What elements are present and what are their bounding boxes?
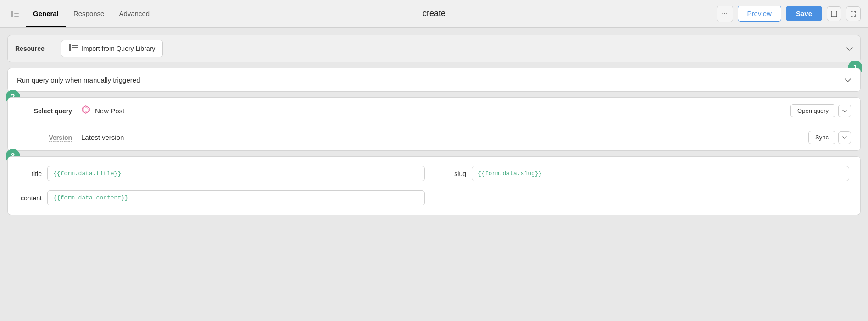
query-version-wrapper: 2 Select query New Post Open q <box>7 97 861 151</box>
slug-field-input[interactable] <box>472 166 849 181</box>
version-actions: Sync <box>808 131 851 144</box>
trigger-chevron-icon <box>845 76 851 84</box>
title-field-row: title <box>19 166 425 181</box>
query-name: New Post <box>95 107 124 115</box>
svg-rect-1 <box>14 11 19 11</box>
tab-advanced[interactable]: Advanced <box>111 0 157 27</box>
trigger-text: Run query only when manually triggered <box>17 76 140 84</box>
main-content: Resource Import from Query Library 1 R <box>0 28 868 222</box>
title-field-label: title <box>19 170 42 177</box>
version-text: Latest version <box>81 133 124 141</box>
svg-rect-3 <box>14 16 19 17</box>
header-actions: ··· Preview Save <box>717 6 861 22</box>
preview-button[interactable]: Preview <box>738 6 781 22</box>
header: General Response Advanced create ··· Pre… <box>0 0 868 28</box>
query-version-section: Select query New Post Open query <box>7 97 861 151</box>
import-icon <box>69 44 78 53</box>
trigger-row: Run query only when manually triggered <box>7 68 861 92</box>
fields-section: title slug content <box>7 156 861 215</box>
svg-rect-0 <box>11 11 13 17</box>
version-value: Latest version <box>81 133 808 141</box>
version-label: Version <box>49 134 72 142</box>
import-from-library-button[interactable]: Import from Query Library <box>61 40 163 57</box>
fields-wrapper: 3 title slug content <box>7 156 861 215</box>
svg-marker-9 <box>82 106 89 113</box>
query-value: New Post <box>81 105 790 116</box>
sync-button[interactable]: Sync <box>808 131 835 144</box>
resource-label: Resource <box>15 45 52 52</box>
svg-marker-10 <box>83 107 88 112</box>
content-field-label: content <box>19 194 42 202</box>
resource-chevron-icon <box>846 44 853 53</box>
query-icon <box>81 105 90 116</box>
page-title: create <box>423 9 445 18</box>
svg-rect-8 <box>72 50 78 50</box>
svg-rect-4 <box>831 11 837 17</box>
version-row: Version Latest version Sync <box>8 124 860 150</box>
content-field-input[interactable] <box>47 190 425 205</box>
svg-rect-7 <box>72 47 78 48</box>
tab-bar: General Response Advanced <box>26 0 157 27</box>
version-dropdown-button[interactable] <box>838 131 851 144</box>
select-query-row: Select query New Post Open query <box>8 98 860 124</box>
slug-field-row: slug <box>443 166 849 181</box>
expand-button[interactable] <box>827 6 841 21</box>
svg-rect-5 <box>69 44 71 51</box>
sidebar-toggle-button[interactable] <box>7 6 22 21</box>
fullscreen-button[interactable] <box>846 6 861 21</box>
fields-grid: title slug content <box>19 166 849 205</box>
import-button-label: Import from Query Library <box>82 45 155 52</box>
slug-field-label: slug <box>443 170 466 177</box>
query-actions: Open query <box>790 104 851 117</box>
content-field-row: content <box>19 190 425 205</box>
save-button[interactable]: Save <box>786 6 822 21</box>
tab-general[interactable]: General <box>26 0 66 27</box>
query-dropdown-button[interactable] <box>838 105 851 117</box>
open-query-button[interactable]: Open query <box>790 104 835 117</box>
select-query-label: Select query <box>17 107 72 115</box>
trigger-container: 1 Run query only when manually triggered <box>7 68 861 92</box>
svg-rect-6 <box>72 45 78 46</box>
resource-row: Resource Import from Query Library <box>7 35 861 62</box>
svg-rect-2 <box>14 13 19 14</box>
tab-response[interactable]: Response <box>66 0 112 27</box>
title-field-input[interactable] <box>47 166 425 181</box>
version-label-wrapper: Version <box>17 134 72 141</box>
more-options-button[interactable]: ··· <box>717 6 733 22</box>
